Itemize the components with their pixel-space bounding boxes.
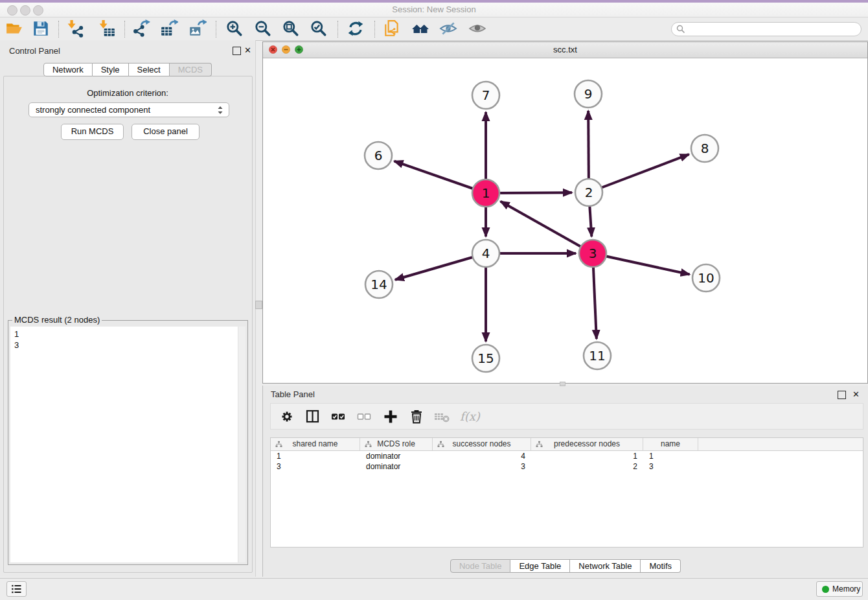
search-input[interactable] xyxy=(671,22,862,36)
toolbar-separator xyxy=(124,21,125,38)
deselect-all-icon[interactable] xyxy=(356,408,373,425)
svg-text:2: 2 xyxy=(585,185,593,200)
column-header-MCDS-role[interactable]: MCDS role xyxy=(360,438,433,450)
close-panel-button[interactable]: Close panel xyxy=(131,124,200,140)
svg-text:11: 11 xyxy=(589,348,605,363)
memory-button[interactable]: Memory xyxy=(816,581,863,597)
zoom-fit-icon[interactable] xyxy=(282,19,300,38)
save-session-icon[interactable] xyxy=(32,19,50,38)
tab-node-table[interactable]: Node Table xyxy=(450,559,511,573)
table-cell[interactable]: dominator xyxy=(360,461,433,472)
column-header-shared-name[interactable]: shared name xyxy=(271,438,360,450)
hierarchy-icon xyxy=(536,441,543,448)
task-history-button[interactable] xyxy=(6,581,27,597)
import-network-icon[interactable] xyxy=(66,19,84,38)
graph-node-15[interactable]: 15 xyxy=(472,345,499,372)
optimization-criterion-label: Optimization criterion: xyxy=(0,88,255,98)
search-icon xyxy=(676,25,685,34)
column-header-successor-nodes[interactable]: successor nodes xyxy=(433,438,531,450)
table-cell[interactable]: 3 xyxy=(643,461,698,472)
zoom-selected-icon[interactable] xyxy=(310,19,328,38)
delete-icon[interactable] xyxy=(408,408,425,425)
control-panel: Control Panel ✕ NetworkStyleSelectMCDS O… xyxy=(0,40,256,577)
tab-style[interactable]: Style xyxy=(93,63,129,76)
table-panel-tabs: Node TableEdge TableNetwork TableMotifs xyxy=(263,559,868,573)
column-header-name[interactable]: name xyxy=(643,438,698,450)
run-mcds-button[interactable]: Run MCDS xyxy=(61,124,124,140)
result-scrollbar[interactable] xyxy=(238,327,246,562)
graph-node-10[interactable]: 10 xyxy=(692,264,720,292)
zoom-out-icon[interactable] xyxy=(254,19,272,38)
network-canvas[interactable]: 7968124314101511 xyxy=(263,58,867,383)
table-cell[interactable]: 1 xyxy=(531,451,643,461)
table-cell[interactable]: 1 xyxy=(271,451,360,461)
hierarchy-icon xyxy=(275,441,282,448)
control-panel-tabs: NetworkStyleSelectMCDS xyxy=(0,63,255,76)
gear-icon[interactable] xyxy=(279,408,295,425)
table-cell[interactable]: dominator xyxy=(360,451,433,461)
tab-network-table[interactable]: Network Table xyxy=(570,559,641,573)
tab-motifs[interactable]: Motifs xyxy=(641,559,681,573)
tab-mcds[interactable]: MCDS xyxy=(170,63,212,76)
add-column-icon[interactable] xyxy=(382,408,399,425)
vertical-splitter-grip[interactable] xyxy=(255,301,262,309)
table-row[interactable]: 3dominator323 xyxy=(271,461,863,472)
control-panel-title: Control Panel xyxy=(9,46,60,56)
graph-node-9[interactable]: 9 xyxy=(575,80,602,108)
export-image-icon[interactable] xyxy=(188,19,207,38)
table-cell[interactable]: 2 xyxy=(531,461,643,472)
graph-edge-1-6[interactable] xyxy=(394,161,486,193)
svg-text:8: 8 xyxy=(701,141,709,156)
table-cell[interactable]: 4 xyxy=(433,451,531,461)
table-row[interactable]: 1dominator411 xyxy=(271,451,863,461)
hierarchy-icon xyxy=(365,441,372,448)
control-panel-close-icon[interactable]: ✕ xyxy=(244,46,251,54)
graph-node-11[interactable]: 11 xyxy=(584,342,611,369)
network-frame-titlebar[interactable]: scc.txt xyxy=(263,42,867,58)
graph-node-1[interactable]: 1 xyxy=(472,179,499,207)
network-view-frame: scc.txt 7968124314101511 xyxy=(262,41,868,384)
refresh-icon[interactable] xyxy=(347,19,365,38)
select-all-icon[interactable] xyxy=(330,408,347,425)
result-line: 1 xyxy=(10,327,246,340)
table-cell[interactable]: 3 xyxy=(433,461,531,472)
graph-node-7[interactable]: 7 xyxy=(472,82,499,109)
show-details-icon[interactable] xyxy=(468,19,486,38)
tab-network[interactable]: Network xyxy=(43,63,93,76)
table-panel-float-icon[interactable] xyxy=(838,391,846,399)
horizontal-splitter-grip[interactable] xyxy=(560,382,565,386)
zoom-in-icon[interactable] xyxy=(225,19,244,38)
tab-select[interactable]: Select xyxy=(129,63,170,76)
criterion-select[interactable]: strongly connected component xyxy=(29,102,229,117)
export-table-icon[interactable] xyxy=(160,19,178,38)
mcds-result-list[interactable]: 13 xyxy=(10,327,246,562)
toolbar-separator xyxy=(58,21,59,38)
open-file-icon[interactable] xyxy=(5,19,23,38)
home-icon[interactable] xyxy=(411,19,429,38)
column-layout-icon[interactable] xyxy=(304,408,321,425)
svg-text:4: 4 xyxy=(482,246,490,261)
graph-edge-3-1[interactable] xyxy=(501,202,593,253)
graph-node-3[interactable]: 3 xyxy=(579,240,606,267)
clone-network-icon[interactable] xyxy=(383,19,401,38)
graph-node-14[interactable]: 14 xyxy=(365,271,393,298)
table-cell[interactable]: 3 xyxy=(271,461,360,472)
hide-details-icon[interactable] xyxy=(439,19,457,38)
svg-text:9: 9 xyxy=(584,86,593,102)
graph-node-2[interactable]: 2 xyxy=(575,179,602,206)
control-panel-float-icon[interactable] xyxy=(233,47,241,55)
table-cell[interactable]: 1 xyxy=(643,451,698,461)
graph-edge-3-10[interactable] xyxy=(593,253,690,274)
graph-node-8[interactable]: 8 xyxy=(691,135,718,162)
import-table-icon[interactable] xyxy=(98,19,116,38)
column-header-predecessor-nodes[interactable]: predecessor nodes xyxy=(531,438,643,450)
node-table[interactable]: shared nameMCDS rolesuccessor nodesprede… xyxy=(270,437,863,548)
table-panel-close-icon[interactable]: ✕ xyxy=(852,390,860,398)
graph-node-6[interactable]: 6 xyxy=(365,142,392,169)
tab-edge-table[interactable]: Edge Table xyxy=(510,559,570,573)
graph-node-4[interactable]: 4 xyxy=(472,240,499,267)
graph-edge-2-8[interactable] xyxy=(589,154,689,192)
result-line: 3 xyxy=(10,340,246,351)
memory-status-icon xyxy=(822,586,829,593)
export-network-icon[interactable] xyxy=(132,19,150,38)
